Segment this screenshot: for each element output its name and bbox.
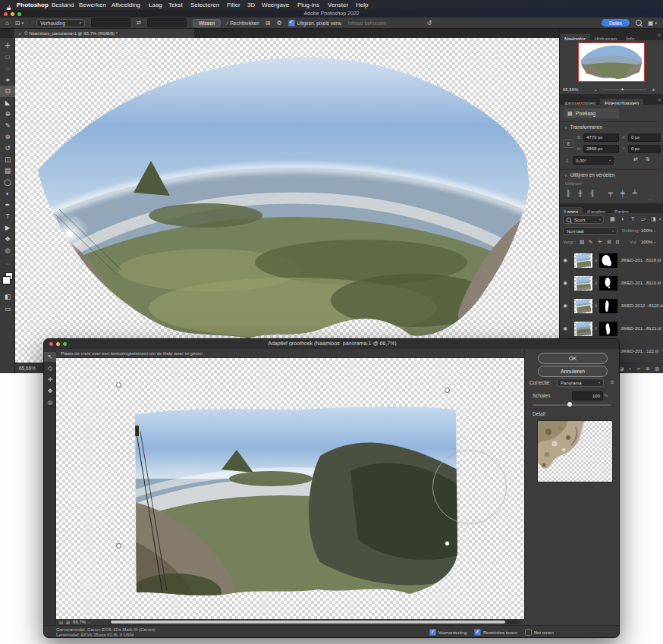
reset-icon[interactable]: ↺ [426, 20, 432, 27]
navigator-zoom-thumb[interactable]: ▲ [621, 86, 624, 91]
layer-row[interactable]: ◉ ∞ JWED-2012...8120.tif [560, 294, 663, 318]
marquee-tool[interactable]: □ [0, 52, 15, 63]
mask-link-icon[interactable]: ∞ [594, 325, 599, 332]
flip-horizontal-icon[interactable]: ⇄ [633, 156, 638, 162]
crop-height-input[interactable] [147, 18, 187, 27]
constraint-handle[interactable] [116, 543, 121, 548]
filter-adjustment-layers-icon[interactable]: ◑ [621, 216, 624, 221]
layer-name[interactable]: JWED-201...8121.tif [621, 326, 661, 331]
dialog-preview-area[interactable] [56, 358, 524, 619]
width-field[interactable]: 4770 px [583, 134, 619, 142]
add-mask-icon[interactable]: ◪ [619, 366, 624, 371]
constraint-handle[interactable] [116, 382, 121, 388]
detail-preview[interactable] [537, 420, 613, 482]
navigator-zoom-slider[interactable] [602, 90, 646, 90]
edit-toolbar-icon[interactable]: ⋯ [0, 259, 15, 270]
crop-tool[interactable]: ⊡ [0, 86, 15, 97]
layer-visibility-icon[interactable]: ◉ [560, 317, 571, 340]
scale-value-field[interactable]: 100 [572, 391, 603, 401]
layer-mask-thumbnail[interactable] [599, 276, 617, 291]
align-section-header[interactable]: ∨ Uitlijnen en verdelen [564, 172, 615, 177]
layer-thumbnail[interactable] [574, 299, 592, 313]
layer-mask-thumbnail[interactable] [599, 253, 617, 268]
eyedropper-tool[interactable]: ◣ [0, 97, 15, 108]
eraser-tool[interactable]: ◫ [0, 154, 15, 165]
crop-settings-gear-icon[interactable]: ⚙ [276, 20, 281, 27]
history-brush-tool[interactable]: ↺ [0, 143, 15, 154]
add-constraint-preset-icon[interactable]: ⊕ [610, 379, 614, 385]
layer-visibility-icon[interactable]: ◉ [560, 249, 571, 272]
layer-visibility-icon[interactable]: ◉ [560, 294, 571, 317]
flip-vertical-icon[interactable]: ⇅ [646, 156, 650, 162]
layer-name[interactable]: JWED-201...122.tif [621, 349, 658, 353]
canvas-area[interactable] [15, 38, 559, 363]
screen-mode-icon[interactable]: ▭ [0, 303, 15, 315]
lock-all-icon[interactable]: ◘ [616, 239, 619, 244]
layer-mask-thumbnail[interactable] [599, 322, 617, 336]
constraint-handle[interactable] [445, 388, 450, 393]
dialog-hand-tool[interactable]: ❖ [44, 386, 56, 396]
correction-select[interactable]: Panorama ▾ [557, 379, 604, 387]
lock-image-icon[interactable]: ✎ [589, 239, 592, 245]
menu-item-venster[interactable]: Venster [328, 2, 348, 8]
constraint-tool[interactable]: ↖ [44, 352, 56, 362]
dialog-title-bar[interactable]: Adaptief groothoek (Naamloos_panorama-1 … [44, 339, 620, 350]
panel-menu-icon[interactable]: ≡ [658, 97, 661, 102]
align-left-icon[interactable]: ╟ [566, 190, 570, 196]
delete-layer-icon[interactable]: ▥ [655, 366, 659, 371]
adjustment-layer-icon[interactable]: ◐ [629, 366, 632, 371]
layer-name[interactable]: JWED-201...8119.tif [621, 281, 661, 285]
scale-slider-thumb[interactable] [567, 402, 572, 407]
crop-tool-preset[interactable]: ⊡ ▾ [15, 20, 24, 27]
menu-item-weergave[interactable]: Weergave [262, 2, 289, 8]
dodge-tool[interactable]: ◐ [0, 188, 15, 199]
cancel-button[interactable]: Annuleren [538, 366, 608, 377]
constraint-circle[interactable] [432, 450, 507, 524]
blend-mode-select[interactable]: Normaal ▾ [563, 227, 617, 235]
gradient-tool[interactable]: ▤ [0, 165, 15, 177]
new-layer-icon[interactable]: ⊞ [646, 366, 649, 371]
opacity-select[interactable]: 100% ▾ [641, 228, 655, 233]
dialog-zoom-tool[interactable]: ◎ [44, 397, 56, 407]
preview-checkbox[interactable]: Voorvertoning [429, 629, 467, 636]
show-mesh-checkbox[interactable]: Net tonen [525, 629, 554, 636]
align-more-icon[interactable]: ⋯ [648, 196, 653, 203]
menu-item-photoshop[interactable]: Photoshop [17, 2, 49, 8]
lock-transparent-icon[interactable]: ▨ [580, 239, 584, 245]
constraint-handle[interactable] [445, 541, 450, 546]
clone-stamp-tool[interactable]: ⊚ [0, 131, 15, 143]
menu-item-filter[interactable]: Filter [227, 2, 240, 8]
ok-button[interactable]: OK [538, 353, 608, 364]
show-constraints-checkbox[interactable]: Restricties tonen [474, 629, 517, 636]
blur-tool[interactable]: ◯ [0, 177, 15, 188]
swap-dimensions-icon[interactable]: ⇄ [137, 20, 141, 26]
y-field[interactable]: 0 px [628, 145, 661, 153]
navigator-zoom-value[interactable]: 65,66% [563, 87, 578, 92]
dialog-preview-image[interactable] [130, 403, 460, 608]
align-right-icon[interactable]: ╢ [590, 190, 595, 196]
zoom-tool[interactable]: ◎ [0, 245, 15, 256]
panorama-image[interactable] [20, 42, 542, 340]
zoom-level-indicator[interactable]: 65,66% [19, 366, 36, 371]
transform-section-header[interactable]: ∨ Transformeren [564, 124, 602, 130]
layer-mask-thumbnail[interactable] [599, 299, 617, 313]
spot-healing-tool[interactable]: ⊕ [0, 108, 15, 120]
crop-width-input[interactable] [91, 18, 130, 27]
layer-row[interactable]: ◉ ∞ JWED-201...8118.tif [560, 249, 663, 272]
menu-item-help[interactable]: Help [356, 2, 368, 8]
filter-shape-layers-icon[interactable]: ▱ [641, 216, 645, 222]
mask-link-icon[interactable]: ∞ [594, 257, 599, 264]
pen-tool[interactable]: ✒ [0, 199, 15, 211]
layer-name[interactable]: JWED-2012...8120.tif [621, 303, 663, 308]
link-dimensions-icon[interactable]: ∞ [563, 140, 574, 148]
menu-item-plugins[interactable]: Plug-ins [297, 2, 319, 8]
layer-filter-select[interactable]: Soort ▾ [563, 215, 604, 224]
document-tab[interactable]: × © Naamloos_panorama-1 @ 65,7% (RGB/8) … [14, 29, 194, 38]
type-tool[interactable]: T [0, 211, 15, 222]
menu-item-bestand[interactable]: Bestand [52, 2, 74, 8]
lasso-tool[interactable]: ◌ [0, 63, 15, 74]
overlay-grid-icon[interactable]: ⊞ [266, 20, 271, 27]
menu-item-selecteren[interactable]: Selecteren [190, 2, 219, 8]
quick-mask-icon[interactable]: ◧ [0, 291, 15, 303]
fill-select[interactable]: 100% ▾ [641, 240, 655, 244]
